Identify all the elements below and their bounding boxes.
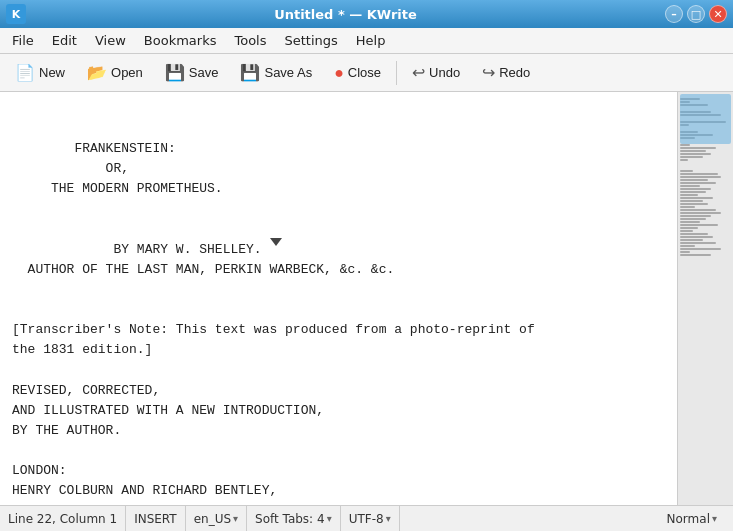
status-syntax-dropdown[interactable]: Normal ▾ bbox=[659, 506, 725, 531]
minimap-content bbox=[678, 92, 733, 505]
titlebar-title: Untitled * — KWrite bbox=[26, 7, 665, 22]
status-locale-text: en_US bbox=[194, 512, 231, 526]
status-tabs-text: Soft Tabs: 4 bbox=[255, 512, 325, 526]
status-mode: INSERT bbox=[126, 506, 186, 531]
open-icon: 📂 bbox=[87, 63, 107, 82]
editor[interactable]: FRANKENSTEIN: OR, THE MODERN PROMETHEUS.… bbox=[0, 92, 677, 505]
status-syntax-text: Normal bbox=[667, 512, 710, 526]
close-file-label: Close bbox=[348, 65, 381, 80]
titlebar-icon: K bbox=[6, 4, 26, 24]
menu-help[interactable]: Help bbox=[348, 30, 394, 51]
status-position-text: Line 22, Column 1 bbox=[8, 512, 117, 526]
menu-file[interactable]: File bbox=[4, 30, 42, 51]
status-encoding-dropdown[interactable]: UTF-8 ▾ bbox=[341, 506, 400, 531]
save-button[interactable]: 💾 Save bbox=[156, 58, 228, 87]
menu-edit[interactable]: Edit bbox=[44, 30, 85, 51]
menu-bookmarks[interactable]: Bookmarks bbox=[136, 30, 225, 51]
undo-icon: ↩ bbox=[412, 63, 425, 82]
close-file-icon: ● bbox=[334, 64, 344, 82]
main-area: FRANKENSTEIN: OR, THE MODERN PROMETHEUS.… bbox=[0, 92, 733, 505]
minimap-thumb[interactable] bbox=[680, 94, 731, 144]
status-tabs-dropdown[interactable]: Soft Tabs: 4 ▾ bbox=[247, 506, 341, 531]
menu-tools[interactable]: Tools bbox=[226, 30, 274, 51]
new-icon: 📄 bbox=[15, 63, 35, 82]
undo-label: Undo bbox=[429, 65, 460, 80]
window-controls: – □ ✕ bbox=[665, 5, 727, 23]
toolbar-separator bbox=[396, 61, 397, 85]
undo-button[interactable]: ↩ Undo bbox=[403, 58, 469, 87]
new-button[interactable]: 📄 New bbox=[6, 58, 74, 87]
syntax-chevron-icon: ▾ bbox=[712, 513, 717, 524]
close-window-button[interactable]: ✕ bbox=[709, 5, 727, 23]
minimap[interactable] bbox=[677, 92, 733, 505]
redo-button[interactable]: ↪ Redo bbox=[473, 58, 539, 87]
maximize-button[interactable]: □ bbox=[687, 5, 705, 23]
save-icon: 💾 bbox=[165, 63, 185, 82]
editor-text: FRANKENSTEIN: OR, THE MODERN PROMETHEUS.… bbox=[12, 139, 665, 505]
close-file-button[interactable]: ● Close bbox=[325, 59, 390, 87]
editor-content[interactable]: FRANKENSTEIN: OR, THE MODERN PROMETHEUS.… bbox=[0, 92, 677, 505]
tabs-chevron-icon: ▾ bbox=[327, 513, 332, 524]
locale-chevron-icon: ▾ bbox=[233, 513, 238, 524]
status-locale-dropdown[interactable]: en_US ▾ bbox=[186, 506, 247, 531]
saveas-label: Save As bbox=[264, 65, 312, 80]
open-button[interactable]: 📂 Open bbox=[78, 58, 152, 87]
minimize-button[interactable]: – bbox=[665, 5, 683, 23]
menu-view[interactable]: View bbox=[87, 30, 134, 51]
toolbar: 📄 New 📂 Open 💾 Save 💾 Save As ● Close ↩ … bbox=[0, 54, 733, 92]
redo-icon: ↪ bbox=[482, 63, 495, 82]
titlebar: K Untitled * — KWrite – □ ✕ bbox=[0, 0, 733, 28]
redo-label: Redo bbox=[499, 65, 530, 80]
encoding-chevron-icon: ▾ bbox=[386, 513, 391, 524]
saveas-button[interactable]: 💾 Save As bbox=[231, 58, 321, 87]
open-label: Open bbox=[111, 65, 143, 80]
menu-settings[interactable]: Settings bbox=[276, 30, 345, 51]
save-label: Save bbox=[189, 65, 219, 80]
saveas-icon: 💾 bbox=[240, 63, 260, 82]
status-position: Line 22, Column 1 bbox=[8, 506, 126, 531]
status-encoding-text: UTF-8 bbox=[349, 512, 384, 526]
menubar: File Edit View Bookmarks Tools Settings … bbox=[0, 28, 733, 54]
status-mode-text: INSERT bbox=[134, 512, 177, 526]
statusbar: Line 22, Column 1 INSERT en_US ▾ Soft Ta… bbox=[0, 505, 733, 531]
new-label: New bbox=[39, 65, 65, 80]
